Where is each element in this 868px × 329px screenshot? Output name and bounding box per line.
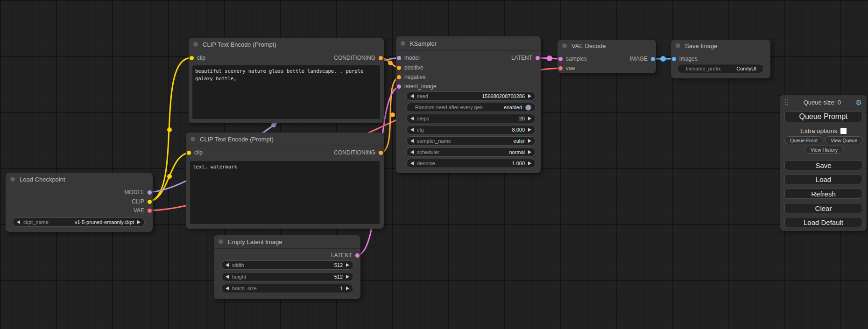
input-slot-negative[interactable]: negative	[397, 72, 425, 82]
collapse-dot[interactable]	[10, 177, 15, 182]
node-load-checkpoint[interactable]: Load Checkpoint MODEL CLIP VAE ckpt_name…	[6, 173, 153, 232]
conditioning-output-dot[interactable]	[379, 151, 383, 155]
positive-input-dot[interactable]	[397, 66, 401, 70]
output-slot-conditioning[interactable]: CONDITIONING	[334, 53, 383, 63]
seed-widget[interactable]: seed 156680208700286	[406, 91, 536, 101]
output-slot-latent[interactable]: LATENT	[331, 251, 360, 260]
node-title-bar[interactable]: Save Image	[671, 40, 770, 52]
decrement-arrow-icon[interactable]	[410, 117, 414, 120]
increment-arrow-icon[interactable]	[528, 128, 531, 132]
view-history-button[interactable]: View History	[804, 146, 844, 154]
increment-arrow-icon[interactable]	[137, 220, 141, 224]
link-dot[interactable]	[660, 56, 666, 62]
node-title-bar[interactable]: Empty Latent Image	[214, 235, 360, 249]
clip-input-dot[interactable]	[190, 56, 194, 60]
images-input-dot[interactable]	[672, 57, 676, 61]
latent-output-dot[interactable]	[536, 56, 540, 60]
ckpt-name-widget[interactable]: ckpt_name v1-5-pruned-emaonly.ckpt	[13, 217, 145, 227]
output-slot-vae[interactable]: VAE	[134, 206, 152, 215]
output-slot-model[interactable]: MODEL	[124, 188, 152, 197]
increment-arrow-icon[interactable]	[528, 139, 531, 143]
output-slot-conditioning[interactable]: CONDITIONING	[334, 148, 383, 157]
queue-prompt-button[interactable]: Queue Prompt	[784, 111, 862, 122]
input-slot-samples[interactable]: samples	[558, 54, 587, 63]
vae-input-dot[interactable]	[558, 66, 563, 70]
refresh-button[interactable]: Refresh	[784, 189, 862, 199]
load-button[interactable]: Load	[784, 174, 862, 184]
negative-input-dot[interactable]	[397, 75, 401, 79]
output-slot-clip[interactable]: CLIP	[132, 197, 152, 206]
collapse-dot[interactable]	[219, 239, 223, 244]
clip-input-dot[interactable]	[187, 151, 191, 155]
model-output-dot[interactable]	[148, 190, 152, 195]
decrement-arrow-icon[interactable]	[410, 139, 414, 143]
decrement-arrow-icon[interactable]	[410, 161, 414, 165]
node-title-bar[interactable]: VAE Decode	[557, 40, 656, 52]
increment-arrow-icon[interactable]	[346, 287, 349, 290]
latent-image-input-dot[interactable]	[397, 84, 401, 89]
node-title-bar[interactable]: CLIP Text Encode (Prompt)	[186, 133, 384, 146]
denoise-widget[interactable]: denoise 1.000	[406, 159, 536, 168]
input-slot-clip[interactable]: clip	[190, 53, 205, 63]
decrement-arrow-icon[interactable]	[17, 220, 20, 224]
collapse-dot[interactable]	[401, 41, 405, 46]
collapse-dot[interactable]	[193, 42, 198, 47]
view-queue-button[interactable]: View Queue	[825, 136, 863, 144]
width-widget[interactable]: width 512	[221, 260, 353, 270]
toggle-dot[interactable]	[525, 105, 531, 111]
input-slot-images[interactable]: images	[672, 54, 698, 63]
input-slot-clip[interactable]: clip	[187, 148, 203, 157]
positive-prompt-textarea[interactable]: beautiful scenery nature glass bottle la…	[192, 65, 380, 119]
filename-prefix-widget[interactable]: filename_prefix ComfyUI	[677, 64, 764, 73]
latent-output-dot[interactable]	[355, 253, 360, 258]
increment-arrow-icon[interactable]	[528, 161, 531, 165]
decrement-arrow-icon[interactable]	[410, 128, 414, 132]
sampler-name-widget[interactable]: sampler_name euler	[406, 136, 536, 146]
decrement-arrow-icon[interactable]	[226, 287, 229, 290]
collapse-dot[interactable]	[562, 43, 567, 48]
increment-arrow-icon[interactable]	[528, 150, 531, 154]
collapse-dot[interactable]	[676, 43, 680, 48]
node-title-bar[interactable]: CLIP Text Encode (Prompt)	[189, 38, 384, 51]
load-default-button[interactable]: Load Default	[784, 217, 862, 227]
increment-arrow-icon[interactable]	[528, 94, 531, 98]
input-slot-latent-image[interactable]: latent_image	[397, 82, 437, 91]
input-slot-model[interactable]: model	[397, 53, 420, 63]
link-dot[interactable]	[388, 61, 393, 65]
node-clip-text-encode-positive[interactable]: CLIP Text Encode (Prompt) clip CONDITION…	[189, 38, 384, 123]
decrement-arrow-icon[interactable]	[226, 275, 229, 279]
conditioning-output-dot[interactable]	[379, 56, 383, 60]
node-title-bar[interactable]: Load Checkpoint	[6, 173, 153, 186]
height-widget[interactable]: height 512	[221, 272, 353, 281]
vae-output-dot[interactable]	[148, 209, 152, 213]
save-button[interactable]: Save	[784, 160, 862, 170]
node-empty-latent-image[interactable]: Empty Latent Image LATENT width 512 heig…	[214, 235, 360, 299]
batch-size-widget[interactable]: batch_size 1	[221, 284, 353, 293]
collapse-dot[interactable]	[191, 137, 195, 141]
increment-arrow-icon[interactable]	[528, 117, 531, 120]
model-input-dot[interactable]	[397, 56, 401, 60]
node-save-image[interactable]: Save Image images filename_prefix ComfyU…	[671, 40, 770, 78]
node-title-bar[interactable]: KSampler	[396, 36, 541, 51]
output-slot-latent[interactable]: LATENT	[511, 53, 540, 63]
scheduler-widget[interactable]: scheduler normal	[406, 147, 536, 157]
negative-prompt-textarea[interactable]: text, watermark	[190, 161, 380, 224]
increment-arrow-icon[interactable]	[346, 263, 349, 267]
clear-button[interactable]: Clear	[784, 203, 862, 213]
gear-icon[interactable]: ⚙	[856, 99, 862, 106]
samples-input-dot[interactable]	[558, 57, 563, 61]
input-slot-positive[interactable]: positive	[397, 63, 423, 72]
node-ksampler[interactable]: KSampler model positive negative latent_…	[396, 36, 541, 173]
output-slot-image[interactable]: IMAGE	[629, 54, 655, 63]
clip-output-dot[interactable]	[148, 200, 152, 204]
link-dot[interactable]	[271, 123, 276, 127]
node-vae-decode[interactable]: VAE Decode samples vae IMAGE	[557, 40, 656, 73]
input-slot-vae[interactable]: vae	[558, 63, 575, 73]
queue-front-button[interactable]: Queue Front	[784, 136, 823, 144]
node-clip-text-encode-negative[interactable]: CLIP Text Encode (Prompt) clip CONDITION…	[186, 133, 384, 229]
link-dot[interactable]	[167, 174, 172, 179]
drag-handle-icon[interactable]	[785, 99, 789, 105]
link-dot[interactable]	[547, 56, 552, 61]
link-dot[interactable]	[390, 112, 395, 117]
cfg-widget[interactable]: cfg 8.000	[406, 125, 536, 134]
